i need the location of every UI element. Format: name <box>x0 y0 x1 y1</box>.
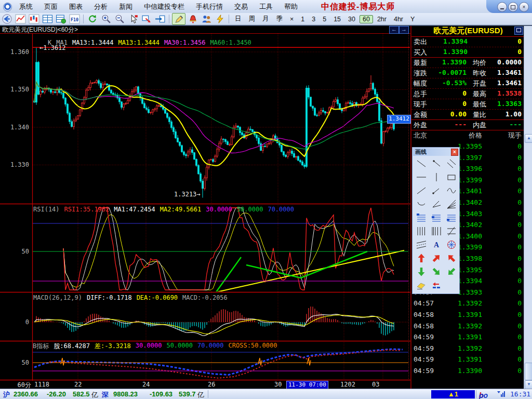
restore-button[interactable] <box>508 2 518 12</box>
tool-percent-lines-icon[interactable] <box>414 211 429 224</box>
tape-row[interactable]: 04:591.33920 <box>411 344 525 355</box>
toolbar-alarm-icon[interactable] <box>187 14 199 24</box>
legend-item: RSI1:35.1962 <box>64 206 110 213</box>
menu-item-6[interactable]: 手机行情 <box>190 2 229 11</box>
tool-parallel-line-icon[interactable] <box>444 157 459 170</box>
toolbar-line-chart-icon[interactable] <box>14 14 26 24</box>
tool-ray-up-icon[interactable] <box>429 184 444 197</box>
period-button-60[interactable]: 60 <box>360 15 373 23</box>
toolbar-f10-icon[interactable]: F10 <box>68 14 81 24</box>
tool-fibo-retracement-icon[interactable] <box>429 211 444 224</box>
toolbar-quote-list-icon[interactable] <box>41 14 54 24</box>
b-indicator-panel <box>34 349 403 378</box>
tool-arrow-se-green-icon[interactable] <box>429 265 444 278</box>
toolbar-next-window-icon[interactable] <box>154 14 166 24</box>
toolbar-back-icon[interactable] <box>1 14 13 24</box>
menu-item-2[interactable]: 图表 <box>63 2 88 11</box>
tape-row[interactable]: 04:581.33910 <box>411 311 525 322</box>
tool-arc-line-icon[interactable] <box>414 197 429 211</box>
price-axis-label: 1.360 <box>2 48 29 56</box>
menu-item-7[interactable]: 交易 <box>229 2 254 11</box>
toolbar-jump-window-icon[interactable] <box>140 14 153 24</box>
tool-arrow-nw-red-icon[interactable] <box>444 251 459 265</box>
menu-item-3[interactable]: 分析 <box>88 2 113 11</box>
quote-row: 卖出1.33940 <box>411 36 525 47</box>
page-left-icon[interactable]: ← <box>389 26 399 34</box>
menu-item-4[interactable]: 新闻 <box>113 2 138 11</box>
tool-arrow-up-red-icon[interactable] <box>414 251 429 265</box>
legend-item: MA2:49.5661 <box>160 206 201 213</box>
period-button-15[interactable]: 15 <box>330 15 344 23</box>
tool-vertical-line-icon[interactable] <box>429 170 444 184</box>
tape-row[interactable]: 04:591.33910 <box>411 355 525 366</box>
toolbar-users-icon[interactable] <box>200 14 212 24</box>
tool-gann-wheel-icon[interactable] <box>444 238 459 251</box>
tool-angle-line-icon[interactable] <box>429 197 444 211</box>
minimize-button[interactable] <box>497 2 507 12</box>
menu-item-5[interactable]: 中信建投专栏 <box>138 2 190 11</box>
close-button[interactable]: × <box>519 2 529 12</box>
toolbar-kline-chart-icon[interactable] <box>28 14 40 24</box>
tool-horizontal-line-icon[interactable] <box>414 170 429 184</box>
period-button-×[interactable]: × <box>287 15 297 23</box>
tool-wave-line-icon[interactable] <box>444 184 459 197</box>
tape-row[interactable]: 04:581.33920 <box>411 322 525 333</box>
toolbar-draw-icon[interactable] <box>172 13 185 25</box>
tool-text-tool-icon[interactable]: A <box>429 238 444 251</box>
alert-badge[interactable]: ▲1 <box>431 390 475 398</box>
toolbar-zoom-in-icon[interactable] <box>100 14 112 24</box>
tool-eraser-icon[interactable] <box>414 278 429 292</box>
menu-item-1[interactable]: 页面 <box>38 2 63 11</box>
svg-text:A: A <box>433 241 439 249</box>
tool-trendline-down-icon[interactable] <box>414 157 429 170</box>
page-right-icon[interactable]: → <box>399 26 409 34</box>
scroll-up-icon[interactable]: ▲ <box>525 134 532 143</box>
menu-item-8[interactable]: 工具 <box>254 2 278 11</box>
palette-close-icon[interactable]: × <box>451 149 458 156</box>
tool-arrow-sw-green-icon[interactable] <box>444 265 459 278</box>
toolbar-info-table-icon[interactable] <box>55 14 67 24</box>
period-button-3[interactable]: 3 <box>309 15 318 23</box>
maximize-quote-icon[interactable] <box>514 26 523 35</box>
toolbar-zoom-out-icon[interactable] <box>113 14 126 24</box>
period-button-1[interactable]: 1 <box>298 15 308 23</box>
tool-slant-channel-icon[interactable] <box>444 224 459 238</box>
period-button-4hr[interactable]: 4hr <box>391 15 406 23</box>
tool-rectangle-icon[interactable] <box>444 170 459 184</box>
period-button-周[interactable]: 周 <box>246 14 259 24</box>
tool-golden-section-icon[interactable] <box>444 211 459 224</box>
period-button-30[interactable]: 30 <box>345 15 358 23</box>
tape-row[interactable]: 04:591.33900 <box>411 367 525 378</box>
scroll-down-icon[interactable]: ▼ <box>525 380 532 389</box>
tool-cycle-lines-icon[interactable] <box>414 224 429 238</box>
tool-speed-lines-icon[interactable] <box>444 197 459 211</box>
tool-arrow-down-green-icon[interactable] <box>414 265 429 278</box>
quote-row: 最新1.3390均价0.0000 <box>411 57 525 68</box>
period-button-季[interactable]: 季 <box>273 14 286 24</box>
chart-title-bar: 欧元美元(EURUSD)<60分> <box>0 25 410 34</box>
tool-fibo-timezone-icon[interactable] <box>429 224 444 238</box>
tool-regression-channel-icon[interactable] <box>414 238 429 251</box>
period-button-2hr[interactable]: 2hr <box>374 15 390 23</box>
period-button-日[interactable]: 日 <box>232 14 245 24</box>
toolbar-flash-icon[interactable] <box>214 14 226 24</box>
app-icon[interactable] <box>3 3 12 11</box>
period-button-月[interactable]: 月 <box>259 14 272 24</box>
scroll-thumb[interactable] <box>525 363 532 380</box>
menu-item-9[interactable]: 帮助 <box>278 2 303 11</box>
period-button-5[interactable]: 5 <box>320 15 329 23</box>
sz-market-label: 深 <box>102 390 109 399</box>
tape-header: 北京价格现手 <box>411 131 525 141</box>
tape-scrollbar[interactable]: ▲ ▼ <box>524 25 532 389</box>
tool-arrow-ne-red-icon[interactable] <box>429 251 444 265</box>
connection-icon <box>497 390 506 399</box>
tool-exit-tool-icon[interactable] <box>429 278 444 292</box>
menu-item-0[interactable]: 系统 <box>14 2 38 11</box>
tool-ray-down-icon[interactable] <box>429 157 444 170</box>
toolbar-refresh-icon[interactable] <box>86 14 99 24</box>
tape-row[interactable]: 04:571.33920 <box>411 299 525 310</box>
tool-trendline-up-icon[interactable] <box>414 184 429 197</box>
tape-row[interactable]: 04:591.33910 <box>411 333 525 344</box>
period-button-Y[interactable]: Y <box>407 15 418 23</box>
toolbar-pointer-icon[interactable] <box>127 14 139 24</box>
